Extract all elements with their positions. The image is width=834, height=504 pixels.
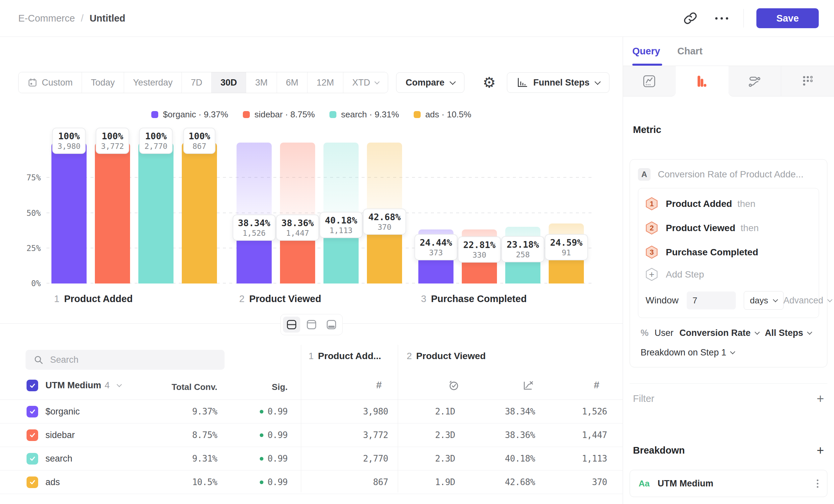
conversion-rate-icon[interactable] bbox=[522, 379, 534, 392]
metric-step-3[interactable]: 3Purchase Completed bbox=[645, 240, 811, 264]
row-checkbox[interactable] bbox=[26, 477, 38, 488]
metric-step-name: Purchase Completed bbox=[666, 247, 759, 258]
chart-type-retention[interactable] bbox=[781, 66, 834, 96]
add-step-button[interactable]: + Add Step bbox=[645, 264, 811, 287]
chart-type-funnels[interactable] bbox=[676, 66, 728, 96]
compare-button[interactable]: Compare bbox=[396, 72, 464, 93]
tab-chart[interactable]: Chart bbox=[677, 37, 703, 66]
metric-step-2[interactable]: 2Product Viewedthen bbox=[645, 216, 811, 240]
select-all-checkbox[interactable] bbox=[26, 380, 38, 391]
significance-dot bbox=[260, 433, 263, 437]
step2-count-cell: 1,113 bbox=[531, 447, 607, 470]
save-button[interactable]: Save bbox=[756, 8, 819, 28]
breakdown-property-name: UTM Medium bbox=[658, 479, 713, 489]
row-checkbox[interactable] bbox=[26, 429, 38, 441]
avg-time-icon[interactable] bbox=[448, 379, 460, 391]
range-12m[interactable]: 12M bbox=[308, 72, 343, 93]
range-6m[interactable]: 6M bbox=[277, 72, 308, 93]
range-today[interactable]: Today bbox=[82, 72, 124, 93]
step-then-suffix: then bbox=[741, 223, 759, 233]
add-breakdown-button[interactable]: + bbox=[817, 444, 824, 457]
count-hash-icon[interactable]: # bbox=[376, 379, 382, 391]
conv-rate-cell: 40.18% bbox=[458, 447, 535, 470]
chart-type-strip bbox=[623, 66, 834, 96]
funnel-bar[interactable] bbox=[95, 143, 130, 283]
chart-view-selector[interactable]: Funnel Steps bbox=[507, 72, 609, 93]
funnel-bar-slot: 100%3,980 bbox=[51, 143, 87, 283]
row-checkbox[interactable] bbox=[26, 453, 38, 464]
legend-item-search[interactable]: search · 9.31% bbox=[329, 109, 399, 120]
bar-value-flag: 40.18%1,113 bbox=[320, 212, 363, 238]
step2-count-cell: 370 bbox=[531, 471, 607, 494]
breadcrumb-project[interactable]: E-Commerce bbox=[18, 13, 75, 24]
legend-item-organic[interactable]: $organic · 9.37% bbox=[151, 109, 228, 120]
split-view[interactable] bbox=[283, 317, 300, 333]
table-step1-header[interactable]: 1 Product Add... bbox=[309, 351, 381, 361]
string-type-icon: Aa bbox=[639, 479, 650, 489]
legend-swatch bbox=[151, 111, 158, 118]
metric-step-1[interactable]: 1Product Addedthen bbox=[645, 192, 811, 216]
bar-value-flag: 24.44%373 bbox=[414, 234, 458, 260]
funnel-chart: 75%50%25%0%100%3,980100%3,772100%2,77010… bbox=[0, 143, 623, 283]
conv-rate-cell: 38.34% bbox=[458, 400, 535, 423]
table-step2-header[interactable]: 2 Product Viewed bbox=[407, 351, 486, 361]
range-yesterday[interactable]: Yesterday bbox=[124, 72, 182, 93]
breakdown-column-title[interactable]: UTM Medium bbox=[45, 380, 101, 390]
table-row-sidebar[interactable]: sidebar8.75%0.993,7722.3D38.36%1,447 bbox=[0, 423, 623, 447]
funnel-step-group-2: 38.34%1,52638.36%1,44740.18%1,11342.68%3… bbox=[237, 143, 402, 283]
count-hash-icon[interactable]: # bbox=[594, 379, 599, 391]
breakdown-item[interactable]: Aa UTM Medium bbox=[630, 470, 827, 497]
more-options-button[interactable] bbox=[712, 9, 731, 27]
step1-count-cell: 3,980 bbox=[312, 400, 388, 423]
step-hexagon-badge: 1 bbox=[645, 197, 658, 210]
bar-conversion-pct: 100% bbox=[101, 131, 124, 141]
search-input[interactable] bbox=[49, 354, 203, 365]
cell-value: 0.99 bbox=[267, 407, 288, 416]
legend-item-ads[interactable]: ads · 10.5% bbox=[414, 109, 471, 120]
range-3m[interactable]: 3M bbox=[246, 72, 277, 93]
row-checkbox[interactable] bbox=[26, 406, 38, 417]
step-number: 3 bbox=[421, 294, 426, 304]
avg-time-cell: 2.1D bbox=[392, 400, 455, 423]
breakdown-on-step-selector[interactable]: Breakdown on Step 1 bbox=[638, 347, 819, 358]
range-custom[interactable]: Custom bbox=[19, 72, 82, 93]
report-title[interactable]: Untitled bbox=[90, 13, 125, 24]
table-row-search[interactable]: search9.31%0.992,7702.3D40.18%1,113 bbox=[0, 447, 623, 471]
total-conv-column-header[interactable]: Total Conv. bbox=[151, 382, 217, 392]
range-30d[interactable]: 30D bbox=[212, 72, 246, 93]
table-focus-view[interactable] bbox=[323, 317, 340, 333]
step-number: 2 bbox=[239, 294, 244, 304]
funnel-bar[interactable] bbox=[51, 143, 87, 283]
entity-selector[interactable]: User bbox=[655, 328, 674, 338]
bar-count: 1,113 bbox=[325, 226, 357, 235]
funnel-analysis-app: E-Commerce / Untitled Save CustomTo bbox=[0, 0, 834, 504]
chart-type-insights[interactable] bbox=[623, 66, 676, 96]
chart-type-flows[interactable] bbox=[728, 66, 781, 96]
range-xtd[interactable]: XTD bbox=[343, 72, 388, 93]
table-row-organic[interactable]: $organic9.37%0.993,9802.1D38.34%1,526 bbox=[0, 400, 623, 423]
settings-gear-button[interactable]: ⚙ bbox=[483, 75, 496, 90]
cell-value: 0.99 bbox=[267, 477, 288, 487]
legend-item-sidebar[interactable]: sidebar · 8.75% bbox=[243, 109, 315, 120]
table-header: 1 Product Add... 2 Product Viewed UTM Me… bbox=[0, 345, 623, 400]
copy-link-button[interactable] bbox=[681, 9, 700, 27]
chart-only-view[interactable] bbox=[303, 317, 320, 333]
add-filter-button[interactable]: + bbox=[817, 392, 824, 405]
chevron-down-icon[interactable] bbox=[117, 382, 122, 387]
funnel-bar[interactable] bbox=[182, 143, 217, 283]
tab-query[interactable]: Query bbox=[632, 37, 660, 66]
metric-query-row[interactable]: A Conversion Rate of Product Adde... bbox=[638, 168, 819, 181]
funnel-bar[interactable] bbox=[138, 143, 174, 283]
funnel-step-labels: 1Product Added2Product Viewed3Purchase C… bbox=[0, 294, 623, 307]
steps-scope-selector[interactable]: All Steps bbox=[765, 328, 812, 338]
table-row-ads[interactable]: ads10.5%0.998671.9D42.68%370 bbox=[0, 471, 623, 494]
sig-column-header[interactable]: Sig. bbox=[221, 382, 288, 392]
measure-selector[interactable]: Conversion Rate bbox=[679, 328, 759, 338]
link-icon bbox=[683, 11, 697, 25]
breakdown-item-menu[interactable] bbox=[817, 479, 818, 488]
window-value-input[interactable] bbox=[687, 292, 736, 310]
advanced-toggle[interactable]: Advanced bbox=[784, 295, 832, 306]
window-unit-select[interactable]: days bbox=[744, 291, 784, 310]
range-7d[interactable]: 7D bbox=[182, 72, 212, 93]
bar-conversion-pct: 38.34% bbox=[238, 218, 270, 228]
